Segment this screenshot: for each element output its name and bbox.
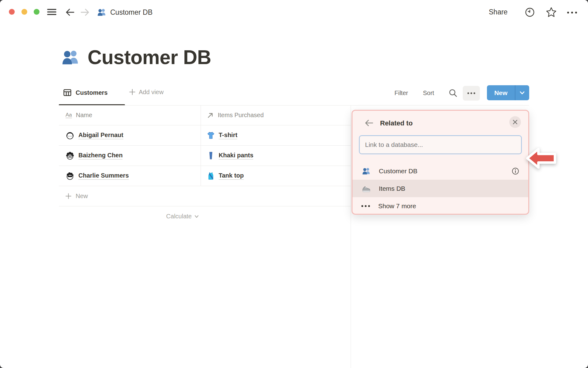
table-row: Charlie Summers Tank top (59, 166, 351, 186)
people-icon (97, 7, 107, 17)
forward-button[interactable] (80, 7, 91, 18)
new-dropdown-button[interactable] (515, 85, 530, 100)
ellipsis-icon (360, 204, 371, 208)
table-header-row: Aa Name Items Purchased (59, 105, 351, 125)
ellipsis-icon (467, 92, 476, 95)
calculate-label: Calculate (166, 213, 192, 220)
show-more-label: Show 7 more (378, 202, 416, 210)
table-view-icon (63, 88, 72, 97)
plus-icon (129, 88, 136, 96)
view-tab-customers[interactable]: Customers (63, 88, 107, 97)
relation-page-link[interactable]: Khaki pants (219, 152, 253, 159)
show-more-button[interactable]: Show 7 more (352, 197, 528, 215)
database-option-customer-db[interactable]: Customer DB (352, 162, 528, 180)
people-icon (61, 48, 80, 67)
column-header-items-purchased[interactable]: Items Purchased (201, 105, 351, 125)
database-option-label: Items DB (379, 185, 405, 192)
zoom-window-button[interactable] (34, 9, 40, 15)
sidebar-menu-button[interactable] (46, 8, 58, 16)
star-icon (545, 6, 557, 18)
related-to-popup: Related to Customer DB (352, 110, 529, 215)
row-name-link[interactable]: Baizheng Chen (78, 152, 123, 159)
annotation-arrow (524, 145, 558, 171)
popup-title: Related to (380, 119, 413, 127)
database-search-input[interactable] (360, 136, 521, 154)
calculate-button[interactable]: Calculate (138, 213, 199, 220)
add-view-label: Add view (139, 89, 164, 96)
search-icon (448, 88, 458, 98)
database-search-box (359, 135, 522, 154)
chevron-down-icon (194, 215, 199, 218)
back-button[interactable] (64, 7, 75, 18)
row-items-cell[interactable]: Tank top (201, 166, 351, 186)
add-view-button[interactable]: Add view (129, 88, 164, 96)
row-name-cell[interactable]: Baizheng Chen (59, 146, 201, 166)
avatar (66, 151, 74, 160)
chevron-down-icon (519, 91, 525, 95)
hamburger-icon (47, 8, 57, 16)
new-button[interactable]: New (487, 85, 515, 100)
info-button[interactable] (511, 167, 520, 175)
row-name-link[interactable]: Charlie Summers (78, 172, 129, 180)
database-option-label: Customer DB (379, 167, 417, 175)
t-shirt-icon (207, 131, 215, 140)
favorite-button[interactable] (545, 6, 557, 18)
column-header-label: Name (76, 112, 92, 119)
page-title: Customer DB (88, 46, 211, 69)
view-options-button[interactable] (463, 86, 480, 101)
close-window-button[interactable] (9, 9, 15, 15)
updates-button[interactable] (524, 7, 535, 18)
popup-back-button[interactable] (364, 117, 375, 128)
avatar (66, 131, 74, 140)
plus-icon (65, 193, 72, 200)
row-name-cell[interactable]: Abigail Pernaut (59, 125, 201, 145)
add-row-label: New (76, 193, 88, 200)
window-topbar: Customer DB Share (0, 0, 588, 26)
column-header-label: Items Purchased (218, 112, 264, 119)
clock-icon (525, 7, 535, 17)
share-button[interactable]: Share (489, 8, 507, 16)
breadcrumb[interactable]: Customer DB (97, 7, 153, 17)
title-property-icon: Aa (66, 112, 72, 118)
notion-window: Customer DB Share Customer DB (0, 0, 588, 368)
database-option-items-db[interactable]: Items DB (352, 180, 528, 197)
forward-arrow-icon (80, 7, 90, 17)
table-row: Abigail Pernaut T-shirt (59, 125, 351, 146)
row-items-cell[interactable]: T-shirt (201, 125, 351, 145)
table-row: Baizheng Chen Khaki pants (59, 146, 351, 166)
minimize-window-button[interactable] (21, 9, 27, 15)
relation-page-link[interactable]: Tank top (219, 172, 244, 180)
new-button-group: New (487, 85, 529, 100)
search-button[interactable] (448, 88, 458, 98)
breadcrumb-title: Customer DB (110, 8, 153, 17)
sneaker-icon (362, 184, 371, 193)
tank-top-icon (207, 172, 215, 180)
table-right-border (351, 105, 351, 368)
new-button-label: New (494, 89, 507, 97)
add-row-button[interactable]: New (59, 186, 351, 206)
row-items-cell[interactable]: Khaki pants (201, 146, 351, 166)
sort-button[interactable]: Sort (423, 90, 434, 97)
info-icon (511, 167, 519, 175)
row-name-link[interactable]: Abigail Pernaut (78, 132, 123, 139)
people-icon (362, 167, 371, 176)
avatar (66, 171, 74, 180)
column-header-name[interactable]: Aa Name (59, 105, 201, 125)
back-arrow-icon (65, 7, 75, 17)
page-title-block: Customer DB (61, 46, 211, 69)
popup-close-button[interactable] (509, 116, 521, 128)
page-options-button[interactable] (565, 9, 579, 17)
row-name-cell[interactable]: Charlie Summers (59, 166, 201, 186)
relation-page-link[interactable]: T-shirt (219, 132, 237, 139)
close-icon (512, 119, 518, 125)
filter-button[interactable]: Filter (394, 90, 408, 97)
left-arrow-annotation-icon (524, 145, 558, 171)
view-tab-label: Customers (76, 89, 107, 96)
back-arrow-icon (364, 118, 374, 128)
ellipsis-icon (566, 11, 578, 14)
column-divider[interactable] (201, 105, 201, 186)
relation-icon (207, 112, 214, 119)
jeans-icon (207, 151, 215, 160)
